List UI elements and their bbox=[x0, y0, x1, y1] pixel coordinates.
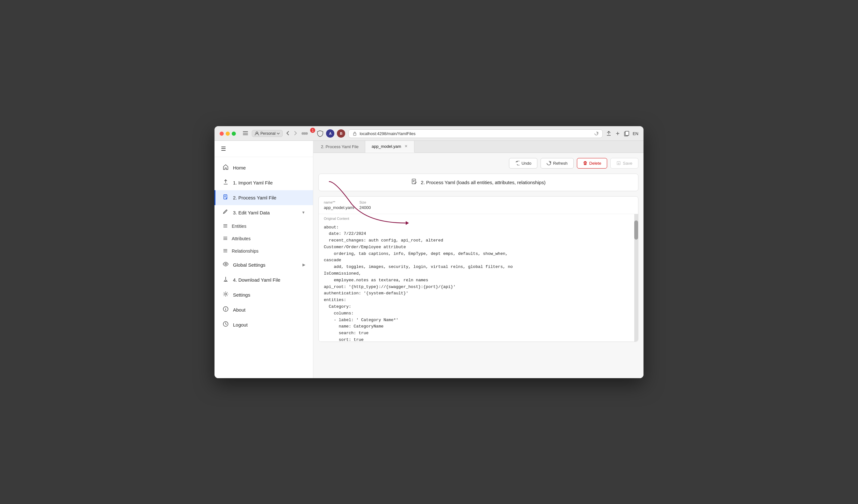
sidebar-item-relationships-label: Relationships bbox=[232, 248, 258, 254]
sidebar-item-home-label: Home bbox=[233, 165, 246, 170]
delete-button[interactable]: Delete bbox=[577, 158, 607, 168]
maximize-traffic-light[interactable] bbox=[232, 132, 236, 136]
entities-icon bbox=[222, 223, 228, 229]
lock-icon bbox=[352, 131, 357, 136]
minimize-traffic-light[interactable] bbox=[226, 132, 230, 136]
refresh-button[interactable]: Refresh bbox=[541, 158, 574, 168]
sidebar-item-attributes-label: Attributes bbox=[232, 236, 251, 241]
save-button[interactable]: Save bbox=[610, 158, 638, 168]
save-icon bbox=[616, 161, 621, 165]
hamburger-icon[interactable]: ☰ bbox=[221, 146, 226, 152]
size-field-group: Size 24000 bbox=[359, 200, 371, 210]
download-icon bbox=[222, 276, 229, 283]
undo-label: Undo bbox=[521, 161, 531, 166]
undo-icon bbox=[515, 161, 520, 165]
reload-icon[interactable] bbox=[594, 131, 599, 136]
sidebar-item-download-label: 4. Download Yaml File bbox=[233, 277, 281, 282]
sidebar-item-logout-label: Logout bbox=[233, 322, 248, 327]
back-button[interactable] bbox=[285, 130, 290, 137]
sidebar-item-relationships[interactable]: Relationships bbox=[214, 245, 313, 257]
svg-point-6 bbox=[305, 132, 308, 135]
form-fields: name** app_model.yaml Size 24000 bbox=[319, 197, 638, 214]
process-yaml-button[interactable]: 2. Process Yaml (loads all entities, att… bbox=[318, 174, 638, 191]
svg-point-20 bbox=[225, 263, 227, 265]
size-field-value: 24000 bbox=[359, 205, 371, 210]
save-label: Save bbox=[623, 161, 632, 166]
attributes-icon bbox=[222, 236, 228, 242]
close-traffic-light[interactable] bbox=[220, 132, 224, 136]
logout-icon bbox=[222, 321, 229, 328]
sidebar-nav: Home 1. Import Yaml File 2. Process Yaml… bbox=[214, 157, 313, 336]
copy-icon[interactable] bbox=[624, 131, 630, 136]
browser-toolbar-icons: EN bbox=[606, 131, 638, 136]
sidebar-item-settings[interactable]: Settings bbox=[214, 287, 313, 302]
code-area-label: Original Content bbox=[319, 214, 638, 221]
avatar2-icon: B bbox=[337, 129, 345, 137]
sidebar-item-attributes[interactable]: Attributes bbox=[214, 232, 313, 245]
global-chevron-icon: ▶ bbox=[302, 262, 305, 267]
sidebar-item-import[interactable]: 1. Import Yaml File bbox=[214, 175, 313, 190]
edit-icon bbox=[222, 209, 229, 216]
delete-label: Delete bbox=[589, 161, 601, 166]
code-area[interactable]: about: date: 7/22/2024 recent_changes: a… bbox=[319, 221, 638, 342]
content-panel: Undo Refresh Delete Save bbox=[313, 153, 644, 378]
size-field-label: Size bbox=[359, 200, 371, 204]
sidebar-item-entities[interactable]: Entities bbox=[214, 220, 313, 232]
edit-chevron-icon: ▼ bbox=[302, 210, 305, 215]
avatar-icon: A bbox=[326, 129, 334, 137]
browser-window: Personal 1 bbox=[214, 126, 644, 378]
eye-icon bbox=[222, 261, 229, 269]
profile-label: Personal bbox=[260, 131, 275, 136]
sidebar-item-import-label: 1. Import Yaml File bbox=[233, 180, 272, 185]
traffic-lights bbox=[220, 132, 236, 136]
tab-process-yaml[interactable]: 2. Process Yaml File bbox=[315, 141, 365, 152]
sidebar-header: ☰ bbox=[214, 141, 313, 157]
scroll-indicator[interactable] bbox=[634, 214, 638, 342]
name-field-value: app_model.yaml bbox=[324, 205, 354, 210]
undo-button[interactable]: Undo bbox=[509, 158, 537, 168]
form-section: name** app_model.yaml Size 24000 Origina… bbox=[318, 196, 638, 342]
name-field-group: name** app_model.yaml bbox=[324, 200, 354, 210]
language-label: EN bbox=[633, 131, 638, 136]
sidebar-item-process-label: 2. Process Yaml File bbox=[233, 195, 276, 200]
new-tab-icon[interactable] bbox=[615, 131, 621, 136]
address-bar[interactable]: localhost:4298/main/YamlFiles bbox=[348, 129, 603, 138]
delete-icon bbox=[583, 161, 587, 165]
process-btn-wrapper: 2. Process Yaml (loads all entities, att… bbox=[318, 174, 638, 191]
sidebar-item-download[interactable]: 4. Download Yaml File bbox=[214, 272, 313, 287]
svg-rect-1 bbox=[243, 133, 248, 133]
profile-button[interactable]: Personal bbox=[252, 130, 283, 137]
sidebar-item-about[interactable]: About bbox=[214, 302, 313, 317]
info-icon bbox=[222, 306, 229, 313]
process-yaml-label: 2. Process Yaml (loads all entities, att… bbox=[421, 180, 545, 185]
relationships-icon bbox=[222, 248, 228, 254]
sidebar-item-logout[interactable]: Logout bbox=[214, 317, 313, 332]
forward-button[interactable] bbox=[293, 130, 298, 137]
upload-icon bbox=[222, 179, 229, 186]
sidebar-item-home[interactable]: Home bbox=[214, 160, 313, 175]
svg-rect-9 bbox=[625, 131, 629, 135]
sidebar-item-edit[interactable]: 3. Edit Yaml Data ▼ bbox=[214, 205, 313, 220]
sidebar-item-settings-label: Settings bbox=[233, 292, 250, 297]
action-toolbar: Undo Refresh Delete Save bbox=[318, 158, 638, 168]
tab-close-icon[interactable]: ✕ bbox=[404, 144, 408, 148]
sidebar-item-entities-label: Entities bbox=[232, 224, 247, 229]
scroll-thumb[interactable] bbox=[634, 221, 638, 240]
main-content: 2. Process Yaml File app_model.yam ✕ bbox=[313, 141, 644, 378]
browser-titlebar: Personal 1 bbox=[220, 129, 638, 141]
tab-process-label: 2. Process Yaml File bbox=[321, 144, 359, 149]
tab-app-model[interactable]: app_model.yam ✕ bbox=[365, 141, 414, 152]
settings-icon bbox=[222, 291, 229, 298]
sidebar-toggle-btn[interactable] bbox=[242, 130, 249, 137]
sidebar-item-process[interactable]: 2. Process Yaml File bbox=[214, 190, 313, 205]
tabs-bar: 2. Process Yaml File app_model.yam ✕ bbox=[313, 141, 644, 153]
extensions-icon[interactable] bbox=[301, 130, 309, 137]
browser-controls: Personal 1 bbox=[242, 129, 345, 137]
url-text: localhost:4298/main/YamlFiles bbox=[360, 131, 415, 136]
sidebar-item-about-label: About bbox=[233, 307, 245, 312]
sidebar-item-global-settings-label: Global Settings bbox=[233, 262, 266, 267]
share-icon[interactable] bbox=[606, 131, 611, 136]
svg-rect-7 bbox=[353, 133, 356, 135]
sidebar-item-global-settings[interactable]: Global Settings ▶ bbox=[214, 257, 313, 272]
svg-rect-2 bbox=[243, 134, 248, 135]
